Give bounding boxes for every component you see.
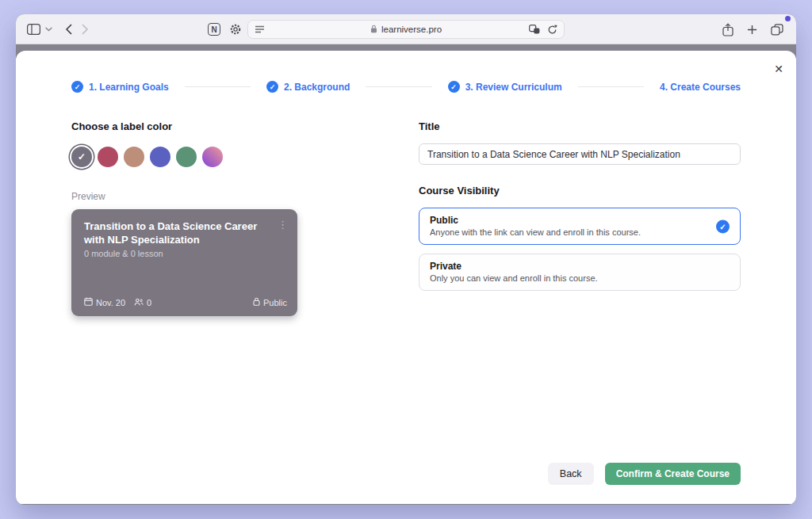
- option-name: Private: [430, 261, 730, 272]
- preview-card-footer: Nov. 20 0: [84, 297, 287, 307]
- card-date: Nov. 20: [84, 297, 125, 307]
- option-description: Only you can view and enroll in this cou…: [430, 273, 730, 283]
- swatch-maroon[interactable]: [98, 147, 118, 167]
- swatch-gradient[interactable]: [202, 147, 223, 167]
- preview-card-title: Transition to a Data Science Career with…: [84, 219, 285, 246]
- label-color-heading: Choose a label color: [71, 120, 297, 132]
- color-swatches: ✓: [71, 143, 297, 170]
- step-background[interactable]: ✓ 2. Background: [266, 81, 350, 93]
- course-preview-card: Transition to a Data Science Career with…: [71, 209, 297, 316]
- card-students-text: 0: [147, 298, 151, 307]
- browser-toolbar: N learniverse.pro: [16, 14, 796, 44]
- check-icon: ✓: [71, 81, 83, 93]
- url-text: learniverse.pro: [381, 25, 442, 34]
- connector-line: [578, 86, 644, 88]
- option-name: Public: [430, 215, 730, 226]
- close-icon[interactable]: ✕: [774, 63, 783, 74]
- visibility-option-private[interactable]: Private Only you can view and enroll in …: [419, 254, 741, 291]
- lock-icon: [370, 22, 377, 36]
- address-bar[interactable]: learniverse.pro: [247, 20, 565, 39]
- preview-label: Preview: [71, 191, 297, 202]
- swatch-slate[interactable]: ✓: [71, 147, 92, 167]
- card-date-text: Nov. 20: [96, 298, 125, 307]
- settings-gear-icon[interactable]: [229, 23, 242, 36]
- swatch-indigo[interactable]: [150, 147, 170, 167]
- page-backdrop: ✕ ✓ 1. Learning Goals ✓ 2. Background ✓ …: [16, 44, 796, 504]
- kebab-menu-icon[interactable]: ⋮: [278, 219, 288, 231]
- reader-icon[interactable]: [255, 25, 265, 34]
- calendar-icon: [84, 297, 93, 307]
- step-review-curriculum[interactable]: ✓ 3. Review Curriculum: [448, 81, 562, 93]
- check-icon: ✓: [716, 219, 730, 233]
- step-learning-goals[interactable]: ✓ 1. Learning Goals: [71, 81, 169, 93]
- preview-card-meta: 0 module & 0 lesson: [84, 249, 285, 258]
- card-students: 0: [134, 297, 151, 307]
- check-icon: ✓: [78, 152, 86, 162]
- left-column: Choose a label color ✓ Preview Transitio…: [71, 120, 297, 316]
- swatch-green[interactable]: [176, 147, 197, 167]
- reload-icon[interactable]: [547, 25, 557, 35]
- check-icon: ✓: [448, 81, 460, 93]
- lock-icon: [253, 297, 260, 307]
- url-display[interactable]: learniverse.pro: [370, 22, 442, 36]
- step-label: 4. Create Courses: [660, 82, 741, 93]
- card-visibility: Public: [253, 297, 287, 307]
- share-icon[interactable]: [722, 23, 733, 36]
- connector-line: [185, 86, 251, 88]
- browser-back-icon[interactable]: [65, 24, 72, 35]
- translate-icon[interactable]: [529, 25, 540, 34]
- browser-window: N learniverse.pro: [16, 14, 796, 505]
- notion-letter: N: [208, 23, 220, 36]
- browser-forward-icon[interactable]: [82, 24, 89, 35]
- step-label: 2. Background: [284, 82, 350, 93]
- people-icon: [134, 298, 144, 307]
- status-dot: [785, 16, 791, 21]
- swatch-rosy-brown[interactable]: [124, 147, 144, 167]
- chevron-down-icon[interactable]: [45, 27, 52, 32]
- footer-left-group: Nov. 20 0: [84, 297, 151, 307]
- toolbar-right-group: [722, 14, 783, 44]
- title-label: Title: [419, 120, 741, 132]
- form-back-button[interactable]: Back: [548, 463, 594, 485]
- form-actions: Back Confirm & Create Course: [548, 463, 741, 485]
- connector-line: [366, 86, 431, 88]
- visibility-label: Course Visibility: [419, 185, 741, 197]
- check-icon: ✓: [266, 81, 278, 93]
- notion-extension-icon[interactable]: N: [208, 23, 220, 36]
- toolbar-extensions-group: N: [208, 14, 242, 44]
- card-visibility-text: Public: [263, 298, 287, 307]
- tab-overview-icon[interactable]: [771, 24, 783, 36]
- course-title-input[interactable]: [419, 143, 741, 165]
- step-label: 3. Review Curriculum: [465, 82, 562, 93]
- step-label: 1. Learning Goals: [89, 82, 169, 93]
- confirm-create-course-button[interactable]: Confirm & Create Course: [605, 463, 741, 485]
- sidebar-control-group: [27, 24, 52, 35]
- course-create-modal: ✕ ✓ 1. Learning Goals ✓ 2. Background ✓ …: [16, 51, 796, 504]
- right-column: Title Course Visibility Public Anyone wi…: [419, 120, 741, 300]
- visibility-option-public[interactable]: Public Anyone with the link can view and…: [419, 208, 741, 245]
- address-bar-right-icons: [529, 25, 557, 35]
- toolbar-left-group: [27, 14, 89, 44]
- stepper: ✓ 1. Learning Goals ✓ 2. Background ✓ 3.…: [71, 81, 741, 93]
- sidebar-toggle-icon[interactable]: [27, 24, 40, 35]
- option-description: Anyone with the link can view and enroll…: [430, 227, 730, 237]
- new-tab-plus-icon[interactable]: [747, 25, 757, 35]
- step-create-courses[interactable]: 4. Create Courses: [660, 82, 741, 93]
